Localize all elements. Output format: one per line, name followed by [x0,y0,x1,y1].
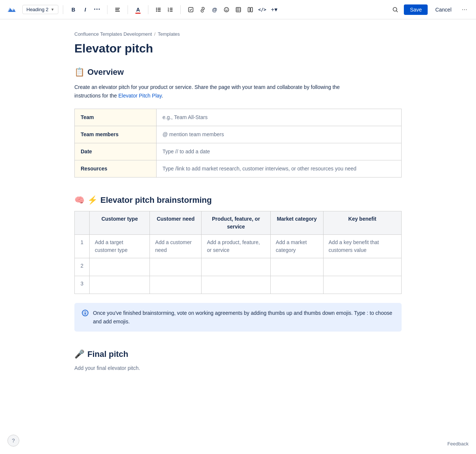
overview-section: 📋 Overview Create an elevator pitch for … [74,67,402,178]
breadcrumb-separator: / [154,31,156,37]
bullet-list-button[interactable] [153,4,164,15]
more-options-button[interactable]: ··· [459,4,470,15]
mention-button[interactable]: @ [209,4,220,15]
svg-point-17 [225,9,226,9]
overview-emoji: 📋 [74,67,84,77]
search-button[interactable] [390,4,401,15]
col-header-product: Product, feature, or service [202,211,270,235]
svg-point-3 [156,7,157,9]
overview-text-part2: . [162,93,163,99]
overview-heading: 📋 Overview [74,67,402,77]
resources-value[interactable]: Type /link to add market research, custo… [157,160,402,178]
final-pitch-emoji: 🎤 [74,349,84,359]
text-color-button[interactable]: A [132,4,144,15]
row3-product[interactable] [202,276,270,294]
feedback-button[interactable]: Feedback [447,441,469,447]
row1-customer-need[interactable]: Add a customer need [150,235,202,258]
toolbar-divider-3 [128,5,128,14]
heading-style-label: Heading 2 [26,7,48,12]
code-button[interactable]: </> [257,4,268,15]
breadcrumb-parent-link[interactable]: Confluence Templates Development [74,31,152,37]
svg-line-26 [396,11,398,12]
svg-rect-4 [158,8,161,9]
overview-table: Team e.g., Team All-Stars Team members @… [74,109,402,178]
task-button[interactable] [185,4,196,15]
row2-key-benefit[interactable] [323,258,401,276]
overview-description: Create an elevator pitch for your produc… [74,83,342,100]
more-format-button[interactable]: ··· [91,4,103,15]
heading-style-dropdown[interactable]: Heading 2 ▼ [22,5,58,14]
final-pitch-heading-label: Final pitch [87,349,128,359]
svg-point-7 [156,10,157,12]
svg-text:3.: 3. [168,10,170,12]
brainstorming-heading-label: Elevator pitch brainstorming [100,195,212,205]
italic-button[interactable]: I [80,4,91,15]
row-num-3: 3 [75,276,90,294]
insert-group: @ </> +▾ [185,4,280,15]
chevron-down-icon: ▼ [51,7,54,12]
bold-button[interactable]: B [68,4,79,15]
link-button[interactable] [197,4,208,15]
columns-button[interactable] [245,4,256,15]
table-row: Team e.g., Team All-Stars [75,109,402,126]
final-pitch-heading: 🎤 Final pitch [74,349,402,359]
numbered-list-button[interactable]: 1.2.3. [165,4,176,15]
elevator-pitch-play-link[interactable]: Elevator Pitch Play [118,93,161,99]
team-value[interactable]: e.g., Team All-Stars [157,109,402,126]
svg-rect-8 [158,11,161,12]
toolbar-divider-2 [107,5,107,14]
text-format-group: B I ··· [68,4,103,15]
app-logo [6,4,16,15]
row-num-1: 1 [75,235,90,258]
resources-label: Resources [75,160,157,178]
row3-key-benefit[interactable] [323,276,401,294]
brainstorm-emoji-2: ⚡ [87,195,97,205]
svg-rect-14 [170,11,173,12]
svg-rect-30 [85,313,86,315]
svg-rect-24 [251,7,253,12]
overview-heading-label: Overview [87,67,124,77]
table-header-row: Customer type Customer need Product, fea… [75,211,402,235]
row2-customer-need[interactable] [150,258,202,276]
row1-customer-type[interactable]: Add a target customer type [90,235,150,258]
row3-customer-need[interactable] [150,276,202,294]
team-members-value[interactable]: @ mention team members [157,126,402,143]
svg-rect-10 [170,8,173,9]
svg-rect-6 [158,9,161,10]
row1-product[interactable]: Add a product, feature, or service [202,235,270,258]
toolbar-divider-5 [180,5,181,14]
emoji-button[interactable] [221,4,232,15]
row2-market-category[interactable] [270,258,323,276]
table-row: 1 Add a target customer type Add a custo… [75,235,402,258]
toolbar-divider-4 [148,5,148,14]
svg-rect-0 [115,8,120,9]
info-box-text: Once you've finished brainstorming, vote… [93,309,394,326]
row1-market-category[interactable]: Add a market category [270,235,323,258]
cancel-button[interactable]: Cancel [431,4,456,15]
alignment-button[interactable] [112,4,123,15]
row2-customer-type[interactable] [90,258,150,276]
table-button[interactable] [233,4,244,15]
overview-text-part1: Create an elevator pitch for your produc… [74,84,340,98]
row3-market-category[interactable] [270,276,323,294]
table-row: Resources Type /link to add market resea… [75,160,402,178]
final-pitch-section: 🎤 Final pitch Add your final elevator pi… [74,349,402,371]
svg-point-5 [156,9,157,10]
insert-plus-button[interactable]: +▾ [268,4,280,15]
row2-product[interactable] [202,258,270,276]
date-value[interactable]: Type // to add a date [157,143,402,160]
row1-key-benefit[interactable]: Add a key benefit that customers value [323,235,401,258]
help-button[interactable]: ? [7,435,19,447]
brainstorming-section: 🧠 ⚡ Elevator pitch brainstorming Custome… [74,195,402,332]
save-button[interactable]: Save [404,4,428,15]
col-header-market-category: Market category [270,211,323,235]
content-area: Confluence Templates Development / Templ… [60,19,416,401]
row-num-2: 2 [75,258,90,276]
svg-rect-19 [236,7,241,12]
team-members-label: Team members [75,126,157,143]
final-pitch-placeholder[interactable]: Add your final elevator pitch. [74,365,402,371]
brainstorming-heading: 🧠 ⚡ Elevator pitch brainstorming [74,195,402,205]
row3-customer-type[interactable] [90,276,150,294]
brainstorm-emoji-1: 🧠 [74,195,84,205]
page-title[interactable]: Elevator pitch [74,41,402,55]
